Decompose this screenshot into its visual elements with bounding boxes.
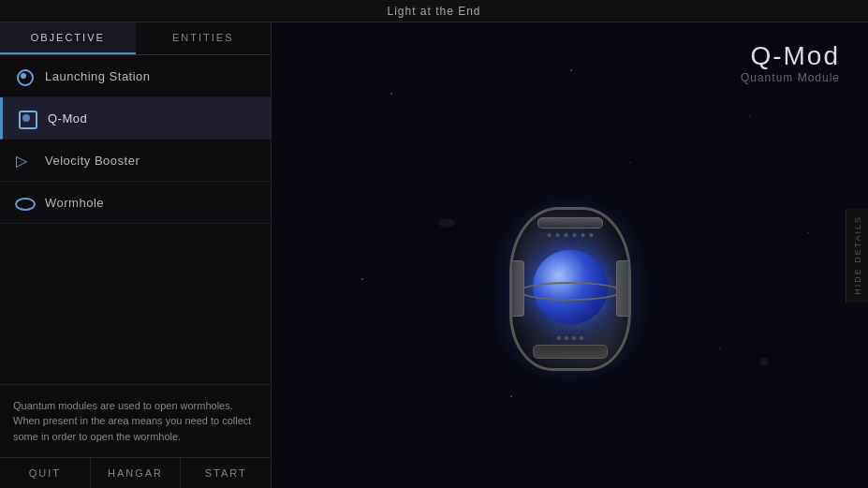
nav-item-velocity-booster[interactable]: Velocity Booster [0, 140, 271, 182]
qmod-ring [519, 282, 622, 301]
qmod-right-handle [616, 260, 631, 317]
entity-header: Q-Mod Quantum Module [272, 22, 868, 94]
qmod-dots-top [547, 233, 593, 237]
nav-item-label-velocity-booster: Velocity Booster [45, 154, 140, 168]
hide-details-panel[interactable]: HIDE DETAILS [846, 209, 868, 303]
nav-item-wormhole[interactable]: Wormhole [0, 182, 271, 224]
entity-name: Q-Mod [300, 41, 840, 71]
tab-entities[interactable]: ENTITIES [136, 22, 272, 54]
nav-item-launching-station[interactable]: Launching Station [0, 55, 271, 97]
hangar-button[interactable]: HANGAR [91, 458, 182, 488]
object-display-area [272, 94, 868, 488]
nav-item-label-launching-station: Launching Station [45, 69, 151, 83]
start-button[interactable]: START [181, 458, 271, 488]
title-bar: Light at the End [0, 0, 868, 22]
bottom-bar: QUIT HANGAR START [0, 457, 271, 488]
qmod-icon [16, 108, 37, 128]
qmod-outer-shell [509, 207, 631, 371]
entity-subtitle: Quantum Module [300, 71, 840, 84]
nav-item-q-mod[interactable]: Q-Mod [0, 97, 271, 140]
hide-details-label: HIDE DETAILS [853, 215, 862, 295]
velocity-icon [13, 150, 34, 170]
entity-description: Quantum modules are used to open wormhol… [0, 384, 271, 458]
wormhole-icon [13, 192, 34, 213]
nav-item-label-wormhole: Wormhole [45, 196, 104, 210]
launch-icon [13, 66, 34, 86]
nav-items-list: Launching Station Q-Mod Velocity Booster… [0, 55, 271, 384]
title-text: Light at the End [387, 5, 480, 18]
quit-button[interactable]: QUIT [0, 458, 91, 488]
right-panel: Q-Mod Quantum Module [272, 22, 868, 488]
left-panel: OBJECTIVE ENTITIES Launching Station Q-M… [0, 22, 272, 488]
qmod-left-handle [509, 260, 524, 317]
qmod-3d-object [500, 207, 640, 376]
qmod-dots-bottom [557, 336, 583, 340]
tabs-bar: OBJECTIVE ENTITIES [0, 22, 271, 55]
main-layout: OBJECTIVE ENTITIES Launching Station Q-M… [0, 22, 868, 488]
tab-objective[interactable]: OBJECTIVE [0, 22, 136, 54]
nav-item-label-q-mod: Q-Mod [48, 111, 87, 126]
qmod-top-detail [537, 217, 603, 229]
qmod-bottom-detail [533, 345, 608, 359]
right-content: Q-Mod Quantum Module [272, 22, 868, 488]
